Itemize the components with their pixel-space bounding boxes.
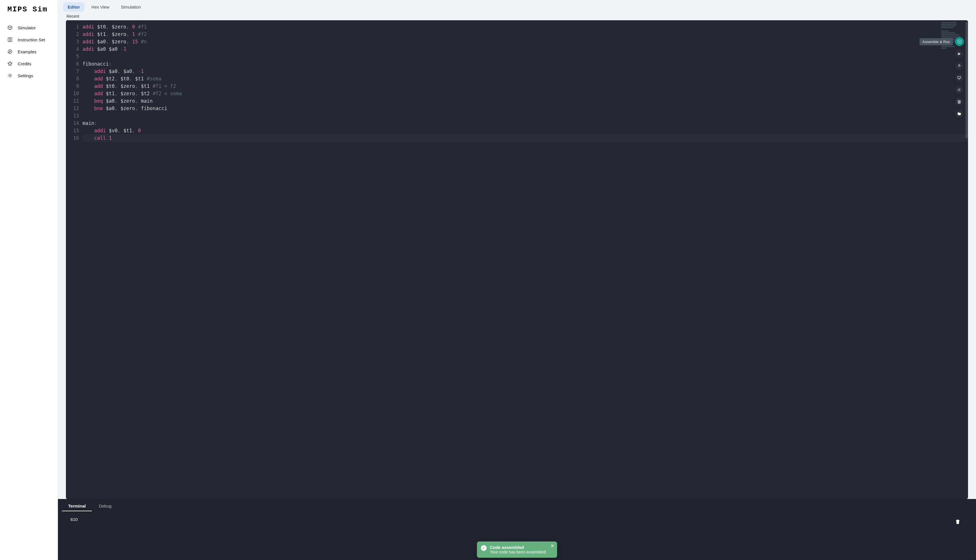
sidebar: MIPS Sim Simulator Instruction Set Examp… [0,0,58,560]
toast-message: Your code has been assembled [490,550,546,554]
line-number: 15 [66,127,79,134]
svg-rect-3 [958,77,961,78]
sidebar-item-instruction-set[interactable]: Instruction Set [0,33,58,46]
code-line[interactable]: bne $a0, $zero, fibonacci [82,105,968,112]
toast-title: Code assembled [490,545,546,550]
code-area[interactable]: addi $t0, $zero, 0 #f1addi $t1, $zero, 1… [82,20,968,499]
code-line[interactable]: add $t1, $zero, $t2 #f2 = soma [82,90,968,97]
clear-terminal-button[interactable] [955,519,961,526]
line-number: 7 [66,68,79,75]
compass-icon [7,49,13,54]
toast-notification: ✓ Code assembled Your code has been asse… [477,542,557,558]
reset-button[interactable] [955,62,963,70]
sidebar-item-label: Examples [18,49,37,54]
sidebar-item-credits[interactable]: Credits [0,58,58,70]
monitor-button[interactable] [955,73,963,82]
check-circle-icon: ✓ [481,545,486,551]
sidebar-nav: Simulator Instruction Set Examples Credi… [0,19,58,84]
code-line[interactable]: addi $a0, $a0, -1 [82,68,968,75]
svg-point-4 [959,89,960,90]
line-number: 10 [66,90,79,97]
sidebar-item-simulator[interactable]: Simulator [0,22,58,33]
sidebar-item-label: Instruction Set [18,37,45,42]
code-line[interactable]: addi $a0 $a0 -1 [82,45,968,53]
code-line[interactable]: main: [82,120,968,127]
sidebar-item-label: Credits [18,61,32,66]
recent-label[interactable]: Recent [58,12,976,20]
editor-scrollbar[interactable] [966,22,968,138]
svg-point-1 [9,75,11,77]
code-line[interactable]: fibonacci: [82,60,968,68]
panel-tab-debug[interactable]: Debug [92,502,118,511]
code-line[interactable]: addi $t1, $zero, 1 #f2 [82,30,968,38]
resize-handle-icon[interactable]: ⋰ [971,555,974,559]
action-buttons: Assemble & Run [955,37,964,118]
line-number: 5 [66,53,79,60]
code-line[interactable]: addi $t0, $zero, 0 #f1 [82,23,968,30]
line-number: 12 [66,105,79,112]
panel-tabs: Terminal Debug [58,499,976,511]
line-number: 2 [66,30,79,38]
code-line[interactable]: add $t0, $zero, $t1 #f1 = f2 [82,82,968,90]
code-line[interactable]: addi $a0, $zero, 15 #n [82,38,968,45]
book-icon [7,37,13,42]
line-number: 16 [66,134,79,142]
line-number: 8 [66,75,79,82]
sidebar-item-settings[interactable]: Settings [0,70,58,82]
tab-editor[interactable]: Editor [63,2,84,12]
code-line[interactable] [82,53,968,60]
line-number: 6 [66,60,79,68]
assemble-run-button[interactable] [955,37,964,46]
line-gutter: 12345678910111213141516 [66,20,82,499]
code-line[interactable]: addi $v0, $t1, 0 [82,127,968,134]
main: Editor Hex View Simulation Recent 123456… [58,0,976,560]
editor-container: 12345678910111213141516 addi $t0, $zero,… [66,20,968,499]
save-button[interactable] [955,98,963,106]
line-number: 9 [66,82,79,90]
line-number: 3 [66,38,79,45]
svg-point-0 [8,50,12,53]
tab-hex-view[interactable]: Hex View [87,2,114,12]
app-title: MIPS Sim [0,0,58,19]
code-line[interactable]: beq $a0, $zero, main [82,97,968,105]
code-line[interactable] [82,112,968,120]
gear-icon [7,73,13,78]
line-number: 4 [66,45,79,53]
code-editor[interactable]: 12345678910111213141516 addi $t0, $zero,… [66,20,968,499]
tab-simulation[interactable]: Simulation [116,2,145,12]
open-button[interactable] [955,110,963,118]
cube-icon [7,25,13,30]
bottom-panel: Terminal Debug 610 ⋰ ✓ Code assembled Yo… [58,499,976,560]
toast-close-button[interactable]: ✕ [550,544,554,548]
sidebar-item-label: Simulator [18,25,36,30]
settings-button[interactable] [955,85,963,94]
tooltip: Assemble & Run [919,38,953,45]
line-number: 14 [66,120,79,127]
line-number: 11 [66,97,79,105]
topbar-tabs: Editor Hex View Simulation [58,0,976,12]
sidebar-item-label: Settings [18,73,33,78]
code-line[interactable]: call 1 [82,134,968,142]
terminal-output: 610 [65,515,969,523]
line-number: 13 [66,112,79,120]
sidebar-item-examples[interactable]: Examples [0,46,58,58]
line-number: 1 [66,23,79,30]
panel-tab-terminal[interactable]: Terminal [62,502,92,511]
code-line[interactable]: add $t2, $t0, $t1 #soma [82,75,968,82]
step-button[interactable] [955,50,963,58]
star-icon [7,61,13,66]
